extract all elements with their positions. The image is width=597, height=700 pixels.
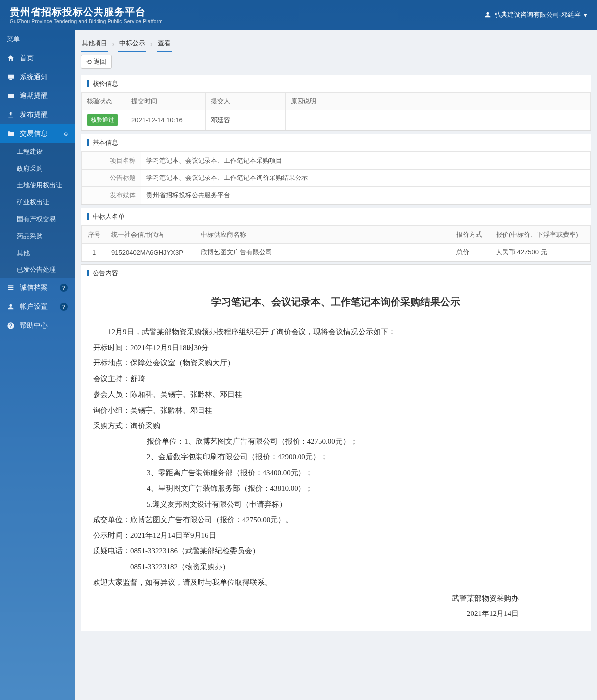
user-name: 弘典建设咨询有限公司-邓廷容 [495, 10, 581, 19]
announce-sig-date: 2021年12月14日 [93, 606, 579, 622]
wallet-icon [7, 92, 15, 100]
verify-table: 核验状态 提交时间 提交人 原因说明 核验通过 2021-12-14 10:16… [81, 92, 591, 130]
sub-item-drug[interactable]: 药品采购 [0, 228, 75, 245]
menu-heading: 菜单 [0, 30, 75, 49]
table-row: 公告标题 学习笔记本、会议记录本、工作笔记本询价采购结果公示 [82, 170, 591, 187]
cell-submitter: 邓廷容 [206, 110, 286, 130]
sidebar-item-overdue[interactable]: 逾期提醒 [0, 87, 75, 105]
col-name: 中标供应商名称 [196, 226, 451, 244]
sidebar-item-publish[interactable]: 发布提醒 [0, 105, 75, 124]
sidebar: 菜单 首页 系统通知 逾期提醒 发布提醒 交易信息 ⊖ [0, 30, 75, 700]
announce-body: 学习笔记本、会议记录本、工作笔记本询价采购结果公示 12月9日，武警某部物资采购… [81, 282, 591, 631]
announce-open-place: 开标地点：保障处会议室（物资采购大厅） [93, 355, 579, 371]
app-title: 贵州省招标投标公共服务平台 [10, 5, 163, 19]
sidebar-item-label: 逾期提醒 [20, 91, 48, 100]
content-area: 其他项目 › 中标公示 › 查看 ⟲ 返回 核验信息 核验状态 提交时间 [75, 30, 597, 700]
cell-reason [286, 110, 591, 130]
cell-price: 人民币 427500 元 [491, 244, 591, 261]
monitor-icon [7, 73, 15, 81]
announce-doc-title: 学习笔记本、会议记录本、工作笔记本询价采购结果公示 [93, 291, 579, 312]
folder-icon [7, 130, 15, 138]
sidebar-item-home[interactable]: 首页 [0, 49, 75, 68]
sub-item-mining[interactable]: 矿业权出让 [0, 194, 75, 211]
announce-quote-3: 4、星玥图文广告装饰服务部（报价：43810.00）； [93, 481, 579, 497]
panel-title: 核验信息 [81, 75, 591, 92]
question-icon [7, 322, 15, 330]
panel-verify: 核验信息 核验状态 提交时间 提交人 原因说明 核验通过 2021-12-14 … [81, 75, 591, 131]
crumb-1[interactable]: 中标公示 [118, 36, 146, 52]
col-price: 报价(中标价、下浮率或费率) [491, 226, 591, 244]
panel-announce: 公告内容 学习笔记本、会议记录本、工作笔记本询价采购结果公示 12月9日，武警某… [81, 264, 591, 631]
announce-quote-2: 3、零距离广告装饰服务部（报价：43400.00元）； [93, 465, 579, 481]
announce-winner: 成交单位：欣博艺图文广告有限公司（报价：42750.00元）。 [93, 512, 579, 528]
basic-table: 项目名称 学习笔记本、会议记录本、工作笔记本采购项目 公告标题 学习笔记本、会议… [81, 152, 591, 204]
announce-group: 询价小组：吴锡宇、张黔林、邓日桂 [93, 403, 579, 419]
label: 项目名称 [82, 152, 141, 170]
sub-item-gov[interactable]: 政府采购 [0, 160, 75, 177]
sidebar-item-label: 诚信档案 [20, 283, 48, 292]
chevron-down-icon: ▾ [584, 11, 587, 19]
back-label: 返回 [94, 57, 106, 66]
sub-item-construction[interactable]: 工程建设 [0, 143, 75, 160]
announce-open-time: 开标时间：2021年12月9日18时30分 [93, 340, 579, 356]
sub-item-other[interactable]: 其他 [0, 245, 75, 262]
user-icon [484, 11, 492, 19]
breadcrumb: 其他项目 › 中标公示 › 查看 [78, 33, 594, 52]
home-icon [7, 54, 15, 62]
help-badge-icon: ? [60, 303, 68, 311]
crumb-0[interactable]: 其他项目 [81, 36, 108, 52]
label: 公告标题 [82, 170, 141, 187]
sidebar-item-label: 发布提醒 [20, 110, 48, 119]
cell-code: 91520402MA6GHJYX3P [106, 244, 196, 261]
announce-host: 会议主持：舒琦 [93, 371, 579, 387]
announce-footer: 欢迎大家监督，如有异议，请及时与我单位取得联系。 [93, 575, 579, 591]
sidebar-item-help[interactable]: 帮助中心 [0, 316, 75, 335]
table-row: 1 91520402MA6GHJYX3P 欣博艺图文广告有限公司 总价 人民币 … [82, 244, 591, 261]
announce-intro: 12月9日，武警某部物资采购领办按程序组织召开了询价会议，现将会议情况公示如下： [93, 324, 579, 340]
sub-item-land[interactable]: 土地使用权出让 [0, 177, 75, 194]
panel-title: 基本信息 [81, 134, 591, 152]
sidebar-item-trade[interactable]: 交易信息 ⊖ [0, 124, 75, 143]
chevron-down-icon: ⊖ [64, 131, 68, 137]
sidebar-item-credit[interactable]: 诚信档案 ? [0, 278, 75, 297]
cell-method: 总价 [451, 244, 491, 261]
sidebar-submenu: 工程建设 政府采购 土地使用权出让 矿业权出让 国有产权交易 药品采购 其他 已… [0, 143, 75, 278]
panel-title: 公告内容 [81, 265, 591, 282]
sidebar-item-account[interactable]: 帐户设置 ? [0, 297, 75, 316]
sidebar-item-label: 帐户设置 [20, 302, 48, 311]
sidebar-item-label: 帮助中心 [20, 321, 48, 330]
back-icon: ⟲ [86, 58, 92, 66]
sidebar-item-label: 系统通知 [20, 73, 48, 82]
table-row: 发布媒体 贵州省招标投标公共服务平台 [82, 187, 591, 204]
table-row: 核验通过 2021-12-14 10:16 邓廷容 [82, 110, 591, 130]
announce-method: 采购方式：询价采购 [93, 418, 579, 434]
announce-quote-0: 报价单位：1、欣博艺图文广告有限公司（报价：42750.00元）； [93, 434, 579, 450]
sidebar-item-label: 首页 [20, 54, 34, 63]
status-badge: 核验通过 [87, 114, 118, 126]
table-row: 项目名称 学习笔记本、会议记录本、工作笔记本采购项目 [82, 152, 591, 170]
announce-quote-4: 5.遵义友邦图文设计有限公司（申请弃标） [93, 497, 579, 513]
panel-title: 中标人名单 [81, 208, 591, 226]
user-info[interactable]: 弘典建设咨询有限公司-邓廷容 ▾ [484, 10, 587, 19]
sub-item-property[interactable]: 国有产权交易 [0, 211, 75, 228]
crumb-sep: › [112, 40, 114, 48]
value: 贵州省招标投标公共服务平台 [141, 187, 591, 204]
value: 学习笔记本、会议记录本、工作笔记本询价采购结果公示 [141, 170, 591, 187]
value: 学习笔记本、会议记录本、工作笔记本采购项目 [141, 152, 380, 170]
cell-name: 欣博艺图文广告有限公司 [196, 244, 451, 261]
label: 发布媒体 [82, 187, 141, 204]
announce-phone1: 质疑电话：0851-33223186（武警某部纪检委员会） [93, 543, 579, 559]
col-submitter: 提交人 [206, 93, 286, 110]
announce-sig-unit: 武警某部物资采购办 [93, 591, 579, 607]
col-no: 序号 [82, 226, 106, 244]
sidebar-item-notice[interactable]: 系统通知 [0, 68, 75, 87]
cell-time: 2021-12-14 10:16 [126, 110, 206, 130]
sidebar-item-label: 交易信息 [20, 129, 48, 138]
upload-icon [7, 111, 15, 119]
back-button[interactable]: ⟲ 返回 [81, 55, 112, 69]
col-time: 提交时间 [126, 93, 206, 110]
announce-phone2: 0851-33223182（物资采购办） [93, 559, 579, 575]
sub-item-published[interactable]: 已发公告处理 [0, 262, 75, 278]
help-badge-icon: ? [60, 284, 68, 292]
crumb-sep: › [150, 40, 152, 48]
